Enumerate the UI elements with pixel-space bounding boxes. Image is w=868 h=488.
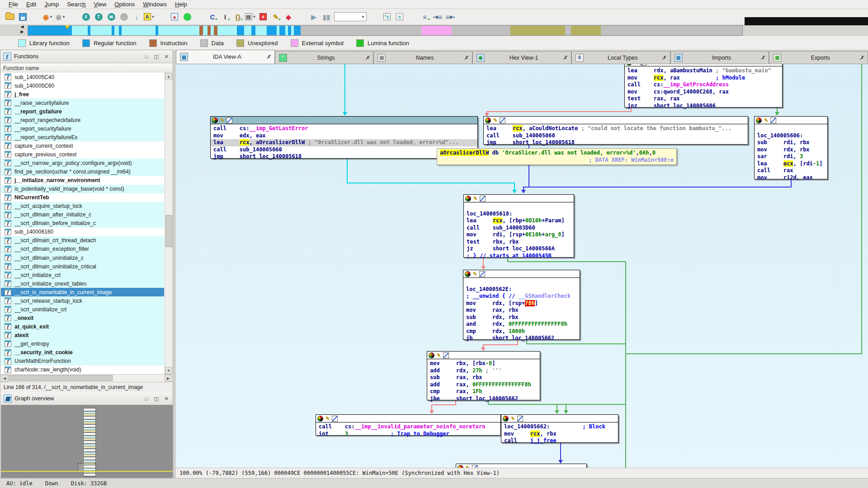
group-color-icon[interactable] <box>626 64 632 66</box>
toolbar-compile-idc-icon[interactable]: °c <box>382 11 392 22</box>
group-color-icon[interactable] <box>465 196 471 202</box>
function-row[interactable]: f__scrt_uninitialize_crt <box>1 305 164 314</box>
toolbar-debugger-run-icon[interactable]: ▶ <box>308 11 319 22</box>
tab-names[interactable]: ▤Names✗ <box>373 51 472 64</box>
function-row[interactable]: f__security_init_cookie <box>1 348 164 357</box>
float-icon[interactable]: ◫ <box>153 53 160 60</box>
tab-ida-view-a[interactable]: ▤IDA View-A✗ <box>176 50 275 64</box>
edit-block-icon[interactable]: ✎ <box>511 416 515 421</box>
toolbar-windows-unindent-icon[interactable]: ≡⇤ <box>445 11 456 22</box>
block-chart-icon[interactable] <box>332 416 338 422</box>
tab-close-icon[interactable]: ✗ <box>563 55 567 61</box>
scroll-left-icon[interactable]: ◀ <box>1 375 8 382</box>
block-title-bar[interactable]: ✎ <box>427 352 540 359</box>
scroll-up-icon[interactable]: ▲ <box>165 73 172 80</box>
function-row[interactable]: fsub_140005C40 <box>1 73 164 81</box>
function-row[interactable]: f__scrt_dllmain_after_initialize_c <box>1 211 164 219</box>
toolbar-create-function-icon[interactable]: C+ <box>207 11 218 22</box>
block-chart-icon[interactable] <box>500 117 505 123</box>
block-title-bar[interactable]: ✎ <box>211 117 477 124</box>
tab-exports[interactable]: ▥Exports✗ <box>769 51 868 64</box>
tab-hex-view-1[interactable]: ◉Hex View-1✗ <box>472 51 571 64</box>
toolbar-jump-to-address-icon[interactable]: # <box>80 11 91 22</box>
menu-help[interactable]: Help <box>171 0 191 8</box>
tab-strings[interactable]: ”Strings✗ <box>275 51 374 64</box>
scroll-down-icon[interactable]: ▼ <box>165 367 172 374</box>
navigation-band[interactable] <box>28 25 743 36</box>
function-row[interactable]: fj_free <box>1 90 164 99</box>
toolbar-debugger-select-icon[interactable]: ▼ <box>334 11 367 22</box>
function-row[interactable]: fNtCurrentTeb <box>1 193 164 202</box>
block-chart-icon[interactable] <box>479 271 485 277</box>
toolbar-sep-icon[interactable] <box>194 11 205 22</box>
toolbar-windows-list-icon[interactable]: ≡+ <box>420 11 430 22</box>
tab-close-icon[interactable]: ✗ <box>266 54 271 60</box>
menu-file[interactable]: File <box>5 0 22 8</box>
function-row[interactable]: fj__initialize_narrow_environment <box>1 176 164 185</box>
block-title-bar[interactable]: ✎ <box>484 117 748 124</box>
block-chart-icon[interactable] <box>517 416 523 422</box>
function-row[interactable]: f_onexit <box>1 314 164 322</box>
edit-block-icon[interactable]: ✎ <box>473 196 477 201</box>
tab-close-icon[interactable]: ✗ <box>859 55 864 61</box>
toolbar-edit-item-icon[interactable]: ✎+ <box>270 11 281 22</box>
block-chart-icon[interactable] <box>472 465 478 468</box>
toolbar-show-navband-icon[interactable]: ▲ <box>169 11 180 22</box>
edit-block-icon[interactable]: ✎ <box>473 272 477 277</box>
hscroll-thumb[interactable] <box>9 375 113 381</box>
tab-close-icon[interactable]: ✗ <box>464 55 468 61</box>
function-row[interactable]: f__report_rangecheckfailure <box>1 116 164 124</box>
function-row[interactable]: f__report_gsfailure <box>1 107 164 116</box>
vscroll-thumb[interactable] <box>165 215 172 247</box>
toolbar-jump-to-problem-icon[interactable]: → <box>118 11 129 22</box>
group-color-icon[interactable] <box>212 117 218 123</box>
block-couldnotlocate[interactable]: ✎lea rcx, aCouldNotLocate ; "could not l… <box>483 116 748 145</box>
tab-close-icon[interactable]: ✗ <box>365 55 369 61</box>
tab-imports[interactable]: ▥Imports✗ <box>670 51 769 64</box>
tab-close-icon[interactable]: ✗ <box>760 55 765 61</box>
function-row[interactable]: f__scrt_initialize_crt <box>1 271 164 279</box>
group-color-icon[interactable] <box>429 352 434 358</box>
tab-local-types[interactable]: 0Local Types✗ <box>571 51 670 64</box>
graph-view-canvas[interactable]: ✎lea rdx, aBambustuMain ; "bambustu_main… <box>176 64 868 468</box>
edit-block-icon[interactable]: ✎ <box>220 118 224 123</box>
close-icon[interactable]: ✕ <box>163 53 170 60</box>
menu-jump[interactable]: Jump <box>40 0 63 8</box>
menu-view[interactable]: View <box>90 0 110 8</box>
toolbar-open-subview-icon[interactable]: ▤▼ <box>245 11 256 22</box>
block-loc-140005618[interactable]: ✎ loc_140005618:lea rcx, [rbp+0D10h+Para… <box>463 194 574 258</box>
block-invalid-parameter[interactable]: ✎call cs:__imp__invalid_parameter_noinfo… <box>316 414 501 436</box>
group-color-icon[interactable] <box>485 117 491 123</box>
menu-windows[interactable]: Windows <box>139 0 171 8</box>
toolbar-save-file-icon[interactable] <box>17 11 28 22</box>
toolbar-navigate-forward-icon[interactable]: ◉▼ <box>55 11 66 22</box>
function-row[interactable]: fis_potentially_valid_image_base(void * … <box>1 185 164 193</box>
toolbar-run-script-icon[interactable]: c <box>394 11 405 22</box>
group-color-icon[interactable] <box>317 416 323 422</box>
column-header-function-name[interactable]: Function name <box>0 63 173 73</box>
function-row[interactable]: f__scrt_release_startup_lock <box>1 296 164 305</box>
function-row[interactable]: f__scrt_dllmain_uninitialize_critical <box>1 262 164 271</box>
group-color-icon[interactable] <box>756 117 762 123</box>
toolbar-windows-indent-icon[interactable]: ⇥≡ <box>432 11 443 22</box>
toolbar-create-segment-icon[interactable]: + <box>258 11 269 22</box>
function-row[interactable]: f__report_securityfailure <box>1 124 164 133</box>
function-row[interactable]: f__report_securityfailureEx <box>1 133 164 141</box>
toolbar-jump-to-segment-icon[interactable]: ✉ <box>106 11 117 22</box>
block-chart-icon[interactable] <box>641 64 646 66</box>
toolbar-sep-icon[interactable] <box>30 11 41 22</box>
toolbar-navigate-back-icon[interactable]: ◉▼ <box>42 11 53 22</box>
function-row[interactable]: f__scrt_initialize_onexit_tables <box>1 279 164 288</box>
toolbar-create-instruction-icon[interactable]: I+ <box>220 11 231 22</box>
edit-block-icon[interactable]: ✎ <box>493 118 497 123</box>
block-partial-bottom[interactable]: ✎ <box>456 464 587 468</box>
edit-block-icon[interactable]: ✎ <box>466 465 470 468</box>
block-chart-icon[interactable] <box>226 117 232 123</box>
block-loc-14000562E[interactable]: ✎ loc_14000562E:; __unwind { // __GSHand… <box>463 270 580 340</box>
toolbar-ascii-string-style-icon[interactable]: A▼ <box>144 11 155 22</box>
block-getprocaddress[interactable]: ✎lea rdx, aBambustuMain ; "bambustu_main… <box>624 64 783 108</box>
function-row[interactable]: f__scrt_dllmain_exception_filter <box>1 245 164 253</box>
menu-edit[interactable]: Edit <box>22 0 40 8</box>
toolbar-create-struct-icon[interactable]: {}+ <box>232 11 243 22</box>
function-row[interactable]: fat_quick_exit <box>1 322 164 331</box>
